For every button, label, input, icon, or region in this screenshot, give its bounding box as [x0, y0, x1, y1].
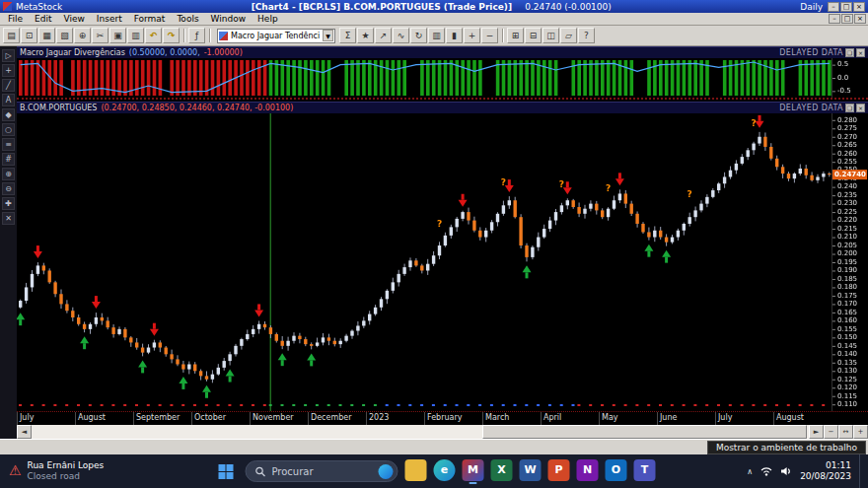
taskbar-search[interactable]: Procurar	[246, 460, 398, 482]
weather-line1: Rua Ernâni Lopes	[28, 460, 105, 471]
start-button[interactable]	[213, 458, 239, 484]
axis-month-label: June	[657, 412, 715, 425]
indicator-template-select[interactable]: Macro Jaguar Tendência Alt ▼	[217, 29, 335, 43]
powerpoint-icon[interactable]: P	[548, 459, 570, 484]
excel-icon[interactable]: X	[491, 459, 513, 484]
favorites-button[interactable]: ★	[357, 28, 374, 43]
zoom-out-scroll-button[interactable]: −	[824, 425, 838, 439]
indicator-values: (0.50000, 0.0000,	[129, 48, 200, 57]
clock[interactable]: 01:11 20/08/2023	[800, 460, 851, 482]
trendline-tool-button[interactable]: ╱	[2, 79, 15, 92]
candlestick-style-button[interactable]: ▮	[446, 28, 463, 43]
symbol-tool-button[interactable]: ◆	[2, 108, 15, 121]
refresh-button[interactable]: ↻	[410, 28, 427, 43]
crosshair-tool-button[interactable]: +	[2, 64, 15, 77]
arrow-tool-button[interactable]: ↗	[375, 28, 392, 43]
menu-edit[interactable]: Edit	[29, 14, 57, 24]
scroll-right-button[interactable]: ►	[809, 425, 824, 439]
panel-restore-button[interactable]: ❏	[845, 104, 854, 112]
onenote-icon: N	[577, 459, 599, 481]
copy-button[interactable]: ▣	[109, 28, 126, 43]
help-button[interactable]: ?	[578, 28, 595, 43]
new-chart-button[interactable]: ▤	[3, 28, 20, 43]
metastock-icon[interactable]: M	[463, 459, 484, 484]
zoom-out-button[interactable]: −	[481, 28, 498, 43]
outlook-icon[interactable]: O	[606, 459, 627, 484]
window-title-area: [Chart4 - [BCP.LS] B.COM.PORTUGUES (Trad…	[66, 2, 796, 12]
onenote-icon[interactable]: N	[577, 459, 599, 484]
zoom-in-button[interactable]: +	[464, 28, 480, 43]
scrollbar-thumb[interactable]	[482, 425, 807, 439]
fibonacci-tool-button[interactable]: ≡	[2, 138, 15, 151]
attach-expert-button[interactable]: Σ	[339, 28, 356, 43]
explorer-icon[interactable]	[405, 459, 427, 484]
tile-horizontal-button[interactable]: ⊟	[525, 28, 542, 43]
zoom-in-scroll-button[interactable]: +	[853, 425, 868, 439]
ellipse-tool-button[interactable]: ○	[2, 123, 15, 136]
hand-tool-button[interactable]: ✚	[2, 197, 15, 210]
zoom-out-tool-button[interactable]: ⊖	[2, 182, 15, 195]
price-panel-titlebar: B.COM.PORTUGUES (0.24700, 0.24850, 0.244…	[17, 102, 868, 113]
panel-restore-button[interactable]: ❏	[845, 48, 854, 57]
minimize-button[interactable]: –	[828, 2, 839, 12]
menu-insert[interactable]: Insert	[91, 14, 128, 24]
layout-grid-button[interactable]: ⊞	[507, 28, 524, 43]
taskbar-weather-widget[interactable]: ⚠ Rua Ernâni Lopes Closed road	[0, 460, 112, 483]
panel-close-button[interactable]: ×	[856, 48, 865, 57]
tile-vertical-button[interactable]: ◫	[542, 28, 559, 43]
zoom-fit-button[interactable]: ↔	[838, 425, 853, 439]
indicator-line-button[interactable]: ∿	[393, 28, 409, 43]
show-desktop-button[interactable]	[859, 454, 864, 488]
bar-style-button[interactable]: ▥	[428, 28, 445, 43]
cut-button[interactable]: ✂	[92, 28, 108, 43]
pointer-tool-button[interactable]: ▷	[2, 49, 15, 62]
save-button[interactable]: ▦	[38, 28, 55, 43]
print-button[interactable]: ▧	[56, 28, 73, 43]
redo-button[interactable]: ↷	[163, 28, 180, 43]
menu-file[interactable]: File	[2, 14, 29, 24]
mdi-close-button[interactable]: ×	[854, 14, 866, 24]
open-chart-button[interactable]: ⊡	[21, 28, 37, 43]
wifi-icon[interactable]	[760, 466, 772, 476]
indicator-chart-canvas[interactable]	[17, 58, 868, 98]
grid-tool-button[interactable]: #	[2, 153, 15, 166]
chart-workspace: ▷+╱A◆○≡#⊕⊖✚✕ Macro Jaguar Divergências (…	[0, 46, 868, 439]
print-preview-button[interactable]: ⊕	[74, 28, 91, 43]
close-button[interactable]: ×	[853, 2, 865, 12]
cascade-button[interactable]: ▱	[560, 28, 577, 43]
tray-time: 01:11	[800, 460, 851, 471]
toolbar-separator	[183, 29, 184, 42]
axis-month-label: March	[482, 412, 541, 425]
menu-help[interactable]: Help	[252, 14, 284, 24]
mdi-restore-button[interactable]: □	[841, 14, 853, 24]
volume-icon[interactable]	[780, 466, 792, 476]
teams-icon[interactable]: T	[634, 459, 656, 484]
expert-advisor-button[interactable]: ƒ	[188, 28, 205, 43]
menu-format[interactable]: Format	[128, 14, 172, 24]
panel-close-button[interactable]: ×	[856, 104, 865, 112]
scrollbar-track[interactable]	[32, 425, 809, 439]
zoom-in-tool-button[interactable]: ⊕	[2, 168, 15, 180]
bing-icon[interactable]	[379, 464, 394, 479]
menu-view[interactable]: View	[58, 14, 91, 24]
chevron-up-icon[interactable]: ∧	[747, 467, 753, 476]
axis-month-label: September	[133, 412, 191, 425]
paste-button[interactable]: ▥	[127, 28, 144, 43]
price-chart-canvas[interactable]	[17, 113, 868, 411]
undo-button[interactable]: ↶	[145, 28, 162, 43]
mdi-minimize-button[interactable]: –	[829, 14, 840, 24]
periodicity-label: Daily	[800, 2, 823, 12]
menubar: FileEditViewInsertFormatToolsWindowHelp …	[0, 13, 868, 26]
menu-tools[interactable]: Tools	[171, 14, 204, 24]
mdi-window-controls: –□×	[828, 14, 866, 24]
edge-icon[interactable]: e	[434, 459, 456, 484]
delete-tool-button[interactable]: ✕	[2, 212, 15, 225]
axis-month-label: February	[424, 412, 482, 425]
metastock-icon: M	[463, 459, 484, 481]
menu-window[interactable]: Window	[205, 14, 253, 24]
word-icon[interactable]: W	[520, 459, 542, 484]
scroll-left-button[interactable]: ◄	[17, 425, 32, 439]
chevron-down-icon[interactable]: ▼	[323, 30, 333, 41]
maximize-button[interactable]: □	[840, 2, 852, 12]
text-tool-button[interactable]: A	[2, 94, 15, 106]
